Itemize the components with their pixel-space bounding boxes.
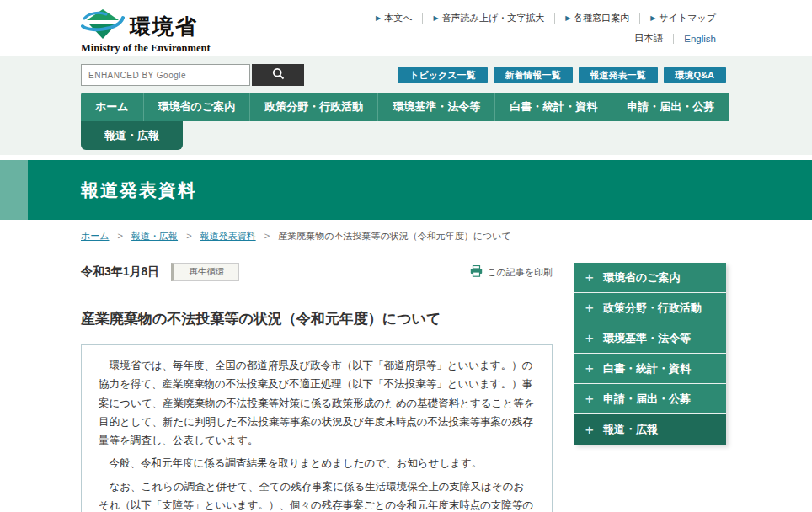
breadcrumb-separator: >	[186, 231, 191, 241]
press-release-list-button[interactable]: 報道発表一覧	[579, 67, 658, 83]
ministry-logo-icon	[81, 8, 125, 44]
utility-link-sitemap[interactable]: ▶ サイトマップ	[640, 12, 726, 24]
utility-link-accessibility[interactable]: ▶ 音声読み上げ・文字拡大	[423, 12, 554, 24]
search-button[interactable]	[252, 64, 304, 86]
utility-link-contact[interactable]: ▶ 各種窓口案内	[555, 12, 639, 24]
arrow-right-icon: ▶	[433, 14, 438, 22]
nav-tab-whitepaper[interactable]: 白書・統計・資料	[495, 93, 612, 121]
breadcrumb-separator: >	[118, 231, 123, 241]
nav-tab-application[interactable]: 申請・届出・公募	[612, 93, 729, 121]
plus-icon: ＋	[583, 300, 596, 316]
nav-tab-policy[interactable]: 政策分野・行政活動	[250, 93, 378, 121]
breadcrumb-home[interactable]: ホーム	[81, 231, 110, 241]
banner-accent-stripe	[0, 160, 28, 220]
article-paragraph: 環境省では、毎年度、全国の都道府県及び政令市（以下「都道府県等」といいます。）の…	[99, 356, 535, 450]
article-main: 令和3年1月8日 再生循環 この記事を印刷 産業廃棄物の不法投棄等の状況（令和元…	[81, 263, 553, 512]
sidebar-item-press[interactable]: ＋ 報道・広報	[574, 414, 726, 445]
breadcrumb-separator: >	[264, 231, 270, 241]
sidebar-item-policy[interactable]: ＋ 政策分野・行政活動	[574, 293, 726, 323]
print-label: この記事を印刷	[487, 266, 553, 279]
arrow-right-icon: ▶	[376, 14, 381, 22]
arrow-right-icon: ▶	[565, 14, 570, 22]
category-tag[interactable]: 再生循環	[171, 263, 239, 281]
plus-icon: ＋	[583, 422, 596, 438]
plus-icon: ＋	[583, 269, 596, 285]
nav-tab-press-active[interactable]: 報道・広報	[81, 121, 183, 150]
page-title: 報道発表資料	[81, 160, 726, 220]
breadcrumb: ホーム > 報道・広報 > 報道発表資料 > 産業廃棄物の不法投棄等の状況（令和…	[81, 230, 726, 243]
new-info-list-button[interactable]: 新着情報一覧	[494, 67, 573, 83]
article-title: 産業廃棄物の不法投棄等の状況（令和元年度）について	[81, 309, 553, 328]
site-header: 環境省 Ministry of the Environment ▶ 本文へ ▶ …	[0, 0, 812, 56]
topics-list-button[interactable]: トピックス一覧	[398, 67, 487, 83]
printer-icon	[470, 265, 483, 279]
article-paragraph: なお、これらの調査と併せて、全ての残存事案に係る生活環境保全上の支障又はそのおそ…	[99, 477, 535, 512]
utility-link-main-content[interactable]: ▶ 本文へ	[366, 12, 422, 24]
lang-japanese[interactable]: 日本語	[624, 32, 674, 45]
logo-title: 環境省	[130, 13, 198, 40]
plus-icon: ＋	[583, 330, 596, 346]
sidebar-nav: ＋ 環境省のご案内 ＋ 政策分野・行政活動 ＋ 環境基準・法令等 ＋ 白書・統計…	[574, 263, 726, 445]
breadcrumb-current: 産業廃棄物の不法投棄等の状況（令和元年度）について	[278, 231, 511, 241]
nav-tab-about[interactable]: 環境省のご案内	[144, 93, 251, 121]
nav-tab-home[interactable]: ホーム	[81, 93, 144, 121]
sidebar-item-about[interactable]: ＋ 環境省のご案内	[574, 263, 726, 293]
plus-icon: ＋	[583, 360, 596, 376]
nav-tab-standards[interactable]: 環境基準・法令等	[378, 93, 495, 121]
article-paragraph: 今般、令和元年度に係る調査結果を取りまとめましたので、お知らせします。	[99, 454, 535, 472]
utility-nav: ▶ 本文へ ▶ 音声読み上げ・文字拡大 ▶ 各種窓口案内 ▶ サイトマップ 日本…	[366, 8, 726, 55]
search-nav-band: トピックス一覧 新着情報一覧 報道発表一覧 環境Q&A ホーム 環境省のご案内 …	[0, 56, 812, 155]
article-summary-box: 環境省では、毎年度、全国の都道府県及び政令市（以下「都道府県等」といいます。）の…	[81, 344, 553, 512]
divider	[81, 291, 553, 291]
env-qa-button[interactable]: 環境Q&A	[664, 67, 726, 83]
sidebar-item-application[interactable]: ＋ 申請・届出・公募	[574, 384, 726, 414]
lang-english[interactable]: English	[673, 34, 726, 44]
page-title-banner: 報道発表資料	[0, 160, 812, 220]
sidebar-item-whitepaper[interactable]: ＋ 白書・統計・資料	[574, 354, 726, 384]
plus-icon: ＋	[583, 391, 596, 407]
breadcrumb-press-materials[interactable]: 報道発表資料	[200, 231, 256, 241]
global-nav: ホーム 環境省のご案内 政策分野・行政活動 環境基準・法令等 白書・統計・資料 …	[81, 93, 726, 121]
search-icon	[272, 67, 285, 83]
ministry-logo[interactable]: 環境省 Ministry of the Environment	[81, 8, 211, 55]
sidebar-item-standards[interactable]: ＋ 環境基準・法令等	[574, 323, 726, 354]
print-article-button[interactable]: この記事を印刷	[470, 265, 553, 279]
search-input[interactable]	[81, 64, 250, 86]
logo-subtitle: Ministry of the Environment	[81, 42, 211, 55]
arrow-right-icon: ▶	[650, 14, 655, 22]
breadcrumb-press[interactable]: 報道・広報	[131, 231, 178, 241]
article-date: 令和3年1月8日	[81, 264, 159, 280]
